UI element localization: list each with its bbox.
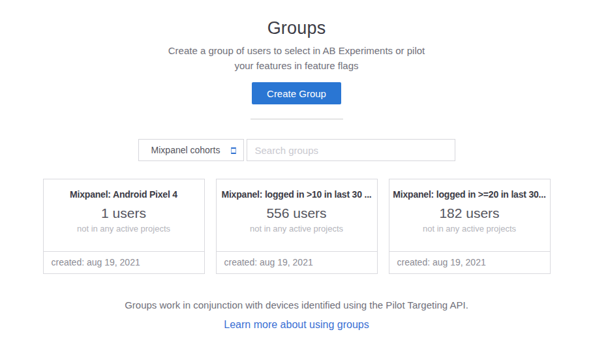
group-card-user-count: 556 users <box>217 205 377 221</box>
group-card-note: not in any active projects <box>44 224 204 234</box>
group-card-note: not in any active projects <box>217 224 377 234</box>
group-card-body: Mixpanel: logged in >10 in last 30 ... 5… <box>217 179 377 251</box>
group-card[interactable]: Mixpanel: Android Pixel 4 1 users not in… <box>43 179 205 274</box>
group-card-created: created: aug 19, 2021 <box>217 251 377 273</box>
group-card-title: Mixpanel: logged in >=20 in last 30... <box>389 189 550 200</box>
group-card-title: Mixpanel: Android Pixel 4 <box>44 189 204 200</box>
group-card-created: created: aug 19, 2021 <box>389 251 550 273</box>
search-groups-input[interactable] <box>247 139 455 161</box>
page-header: Groups Create a group of users to select… <box>0 0 593 119</box>
page-subtitle: Create a group of users to select in AB … <box>166 44 427 73</box>
dropdown-indicator-icon <box>231 147 236 154</box>
group-card-user-count: 1 users <box>44 205 204 221</box>
group-card[interactable]: Mixpanel: logged in >=20 in last 30... 1… <box>389 179 551 274</box>
group-card[interactable]: Mixpanel: logged in >10 in last 30 ... 5… <box>216 179 378 274</box>
groups-help-text: Groups work in conjunction with devices … <box>0 299 593 311</box>
create-group-button[interactable]: Create Group <box>252 82 341 104</box>
cohort-dropdown-value: Mixpanel cohorts <box>151 145 231 155</box>
groups-card-list: Mixpanel: Android Pixel 4 1 users not in… <box>43 179 551 274</box>
page-title: Groups <box>0 18 593 38</box>
cohort-source-dropdown[interactable]: Mixpanel cohorts <box>138 139 244 161</box>
header-divider <box>251 119 343 119</box>
group-card-created: created: aug 19, 2021 <box>44 251 204 273</box>
learn-more-link[interactable]: Learn more about using groups <box>224 319 369 330</box>
footer-link-container: Learn more about using groups <box>0 319 593 331</box>
group-card-note: not in any active projects <box>389 224 550 234</box>
group-card-user-count: 182 users <box>389 205 550 221</box>
filter-row: Mixpanel cohorts <box>138 139 455 161</box>
group-card-title: Mixpanel: logged in >10 in last 30 ... <box>217 189 377 200</box>
group-card-body: Mixpanel: Android Pixel 4 1 users not in… <box>44 179 204 251</box>
group-card-body: Mixpanel: logged in >=20 in last 30... 1… <box>389 179 550 251</box>
